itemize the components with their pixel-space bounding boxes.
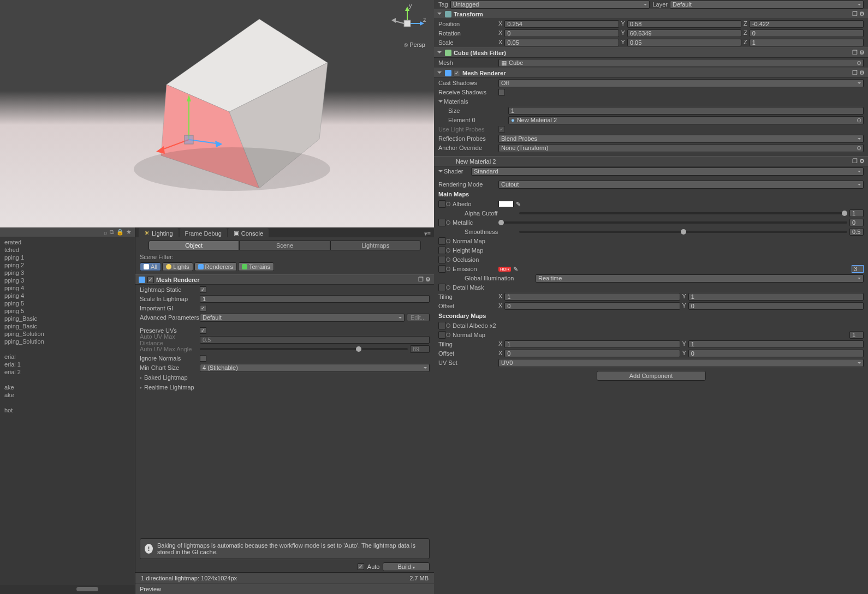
scene-gizmo[interactable] (151, 92, 222, 157)
filter-renderers[interactable]: Renderers (194, 262, 237, 271)
hierarchy-fav-icon[interactable]: ★ (126, 229, 132, 236)
rot-z[interactable]: 0 (750, 29, 864, 37)
pos-y[interactable]: 0.58 (627, 20, 741, 28)
list-item[interactable] (0, 399, 135, 406)
emission-slot[interactable] (438, 265, 446, 273)
list-item[interactable]: pping 2 (0, 261, 135, 269)
alpha-cutoff-slider[interactable] (519, 212, 847, 214)
list-item[interactable]: pping_Basic (0, 322, 135, 330)
emission-hdr-badge[interactable]: HDR (498, 267, 511, 272)
list-item[interactable]: erated (0, 238, 135, 246)
normal-map2-slot[interactable] (438, 331, 446, 339)
subtab-object[interactable]: Object (148, 241, 239, 250)
offset-x[interactable]: 0 (504, 302, 680, 310)
list-item[interactable]: pping_Solution (0, 338, 135, 345)
rot-x[interactable]: 0 (504, 29, 619, 37)
baked-lightmap-foldout[interactable]: Baked Lightmap (135, 373, 434, 382)
realtime-lightmap-foldout[interactable]: Realtime Lightmap (135, 382, 434, 392)
hierarchy-list[interactable]: eratedtchedpping 1pping 2pping 3pping 3p… (0, 237, 135, 585)
list-item[interactable] (0, 376, 135, 383)
tag-dropdown[interactable]: Untagged (450, 1, 650, 9)
list-item[interactable]: pping 5 (0, 307, 135, 315)
layer-dropdown[interactable]: Default (670, 1, 864, 9)
mesh-filter-help-icon[interactable]: ❐ (852, 49, 858, 56)
important-gi-checkbox[interactable] (200, 305, 206, 311)
mesh-renderer-enable-checkbox[interactable] (147, 277, 154, 283)
tab-menu-icon[interactable]: ▾≡ (421, 230, 434, 237)
reflection-probes-dropdown[interactable]: Blend Probes (498, 135, 864, 143)
filter-terrains[interactable]: Terrains (238, 262, 274, 271)
material-gear-icon[interactable]: ⚙ (859, 158, 865, 165)
material-foldout-icon[interactable] (438, 170, 443, 175)
list-item[interactable]: pping 5 (0, 299, 135, 307)
hierarchy-lock-icon[interactable]: 🔒 (116, 229, 124, 236)
emission-value-field[interactable]: 3 (852, 265, 864, 273)
smoothness-field[interactable]: 0.5 (849, 228, 864, 236)
normal-map-slot[interactable] (438, 237, 446, 245)
list-item[interactable]: erial (0, 353, 135, 361)
list-item[interactable]: pping_Basic (0, 315, 135, 322)
albedo-color[interactable] (498, 201, 514, 207)
global-illum-dropdown[interactable]: Realtime (536, 274, 864, 283)
list-item[interactable]: ake (0, 383, 135, 391)
offset2-x[interactable]: 0 (504, 350, 680, 357)
insp-mr-help-icon[interactable]: ❐ (852, 69, 858, 76)
ignore-normals-checkbox[interactable] (200, 355, 206, 362)
filter-all[interactable]: All (140, 262, 161, 271)
list-item[interactable]: pping 4 (0, 292, 135, 299)
preview-bar[interactable]: Preview (135, 584, 434, 594)
mesh-filter-gear-icon[interactable]: ⚙ (859, 49, 865, 56)
build-button[interactable]: Build ▾ (383, 562, 430, 571)
tiling2-x[interactable]: 1 (504, 340, 680, 348)
smoothness-slider[interactable] (519, 231, 847, 233)
cast-shadows-dropdown[interactable]: Off (498, 79, 864, 87)
element0-field[interactable]: ●New Material 2 (508, 116, 864, 124)
list-item[interactable] (0, 345, 135, 353)
height-map-slot[interactable] (438, 247, 446, 254)
insp-mr-gear-icon[interactable]: ⚙ (859, 69, 865, 76)
alpha-cutoff-field[interactable]: 1 (849, 209, 864, 217)
materials-foldout-icon[interactable] (438, 100, 443, 105)
shader-dropdown[interactable]: Standard (471, 167, 864, 176)
auto-checkbox[interactable] (358, 563, 364, 570)
scale-z[interactable]: 1 (750, 39, 864, 46)
transform-help-icon[interactable]: ❐ (852, 10, 858, 17)
advanced-params-edit-button[interactable]: Edit... (407, 314, 430, 321)
occlusion-slot[interactable] (438, 256, 446, 263)
list-item[interactable]: pping 3 (0, 269, 135, 277)
mesh-filter-foldout-icon[interactable] (437, 51, 442, 56)
component-help-icon[interactable]: ❐ (418, 276, 424, 283)
emission-picker-icon[interactable]: ✎ (513, 266, 518, 273)
tab-console[interactable]: ▣Console (228, 228, 269, 237)
receive-shadows-checkbox[interactable] (498, 89, 505, 95)
preserve-uvs-checkbox[interactable] (200, 327, 206, 334)
mesh-object-field[interactable]: ▦Cube (498, 59, 864, 67)
albedo-texture-slot[interactable] (438, 200, 446, 208)
anchor-override-field[interactable]: None (Transform) (498, 144, 864, 152)
tab-frame-debug[interactable]: Frame Debug (180, 228, 227, 237)
filter-lights[interactable]: Lights (162, 262, 193, 271)
scale-x[interactable]: 0.05 (504, 39, 619, 46)
tiling-x[interactable]: 1 (504, 293, 680, 301)
rendering-mode-dropdown[interactable]: Cutout (498, 181, 864, 189)
material-help-icon[interactable]: ❐ (852, 158, 858, 165)
tiling2-y[interactable]: 1 (688, 340, 864, 348)
metallic-texture-slot[interactable] (438, 219, 446, 226)
materials-size-field[interactable]: 1 (508, 107, 864, 115)
transform-foldout-icon[interactable] (437, 13, 442, 17)
tiling-y[interactable]: 1 (688, 293, 864, 301)
uv-set-dropdown[interactable]: UV0 (498, 359, 864, 367)
hierarchy-search-icon[interactable]: ⌕ (104, 229, 108, 236)
scale-y[interactable]: 0.05 (627, 39, 741, 46)
pos-x[interactable]: 0.254 (504, 20, 619, 28)
metallic-slider[interactable] (498, 221, 847, 224)
insp-mesh-renderer-enable[interactable] (454, 70, 460, 76)
subtab-lightmaps[interactable]: Lightmaps (330, 241, 421, 250)
list-item[interactable]: pping 3 (0, 277, 135, 284)
scene-view[interactable]: y z ⧁ Persp (0, 0, 434, 227)
hierarchy-filter-icon[interactable]: ⧉ (110, 229, 114, 236)
normal-map2-field[interactable]: 1 (849, 331, 864, 339)
scene-projection-label[interactable]: ⧁ Persp (404, 41, 425, 49)
subtab-scene[interactable]: Scene (239, 241, 330, 250)
detail-mask-slot[interactable] (438, 284, 446, 291)
